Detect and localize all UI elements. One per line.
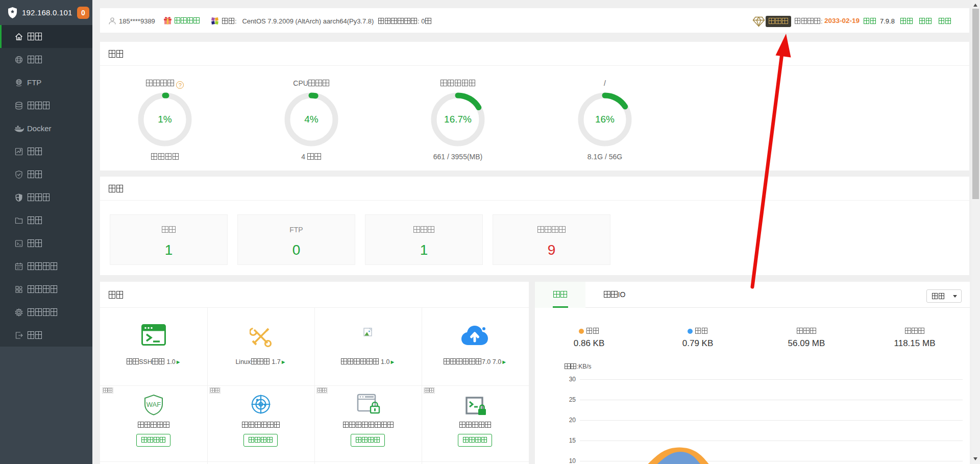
svg-text:WAF: WAF <box>146 401 161 408</box>
